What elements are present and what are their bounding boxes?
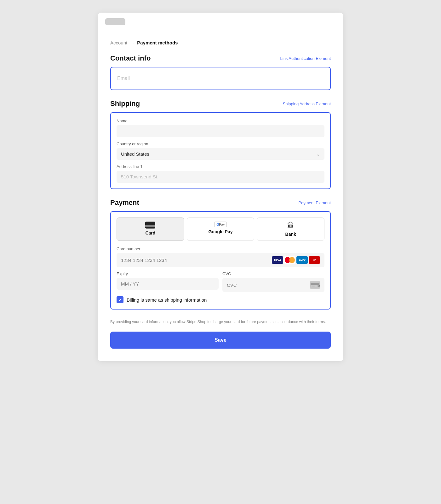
cvc-input-wrap: 123 <box>222 278 324 292</box>
payment-section: Payment Payment Element Card GPay <box>110 199 331 310</box>
contact-info-badge: Link Authentication Element <box>280 56 331 61</box>
cvc-label: CVC <box>222 271 324 276</box>
contact-info-title: Contact info <box>110 54 151 62</box>
expiry-input[interactable] <box>121 281 214 287</box>
unionpay-icon: UP <box>309 256 320 264</box>
expiry-label: Expiry <box>117 271 219 276</box>
expiry-field: Expiry <box>117 271 219 292</box>
payment-badge: Payment Element <box>298 200 331 205</box>
payment-header: Payment Payment Element <box>110 199 331 207</box>
expiry-input-wrap <box>117 278 219 290</box>
save-button[interactable]: Save <box>110 332 331 349</box>
shipping-section: Shipping Shipping Address Element Name C… <box>110 100 331 189</box>
payment-box: Card GPay Google Pay 🏛 Bank <box>110 211 331 310</box>
tab-bank-label: Bank <box>285 232 296 237</box>
tab-card-label: Card <box>145 230 155 235</box>
address-input[interactable] <box>121 174 320 179</box>
email-input[interactable] <box>117 76 324 81</box>
contact-info-header: Contact info Link Authentication Element <box>110 54 331 62</box>
tab-gpay-label: Google Pay <box>208 229 232 234</box>
cvc-input[interactable] <box>227 282 310 288</box>
shipping-badge: Shipping Address Element <box>283 101 331 106</box>
top-bar-pill <box>105 18 125 25</box>
billing-label: Billing is same as shipping information <box>127 297 207 303</box>
name-input[interactable] <box>121 128 320 134</box>
address-field-wrap <box>117 171 324 183</box>
country-select[interactable]: United States ⌄ <box>117 148 324 160</box>
payment-tabs: Card GPay Google Pay 🏛 Bank <box>117 217 324 241</box>
mastercard-icon <box>284 256 295 264</box>
address-label: Address line 1 <box>117 164 324 169</box>
breadcrumb: Account → Payment methods <box>110 40 331 45</box>
visa-icon: VISA <box>272 256 283 264</box>
billing-row: ✓ Billing is same as shipping informatio… <box>117 296 324 303</box>
payment-form-card: Account → Payment methods Contact info L… <box>98 13 343 361</box>
bank-icon: 🏛 <box>287 222 294 230</box>
name-label: Name <box>117 119 324 123</box>
tab-card[interactable]: Card <box>117 217 184 241</box>
country-value: United States <box>121 151 149 157</box>
gpay-icon: GPay <box>214 222 227 227</box>
country-label: Country or region <box>117 142 324 146</box>
tab-bank[interactable]: 🏛 Bank <box>257 217 324 241</box>
chevron-down-icon: ⌄ <box>316 152 320 157</box>
card-icon <box>145 222 155 229</box>
contact-info-section: Contact info Link Authentication Element <box>110 54 331 90</box>
email-wrap <box>117 73 324 84</box>
card-number-input[interactable] <box>121 258 272 263</box>
check-icon: ✓ <box>118 298 122 302</box>
card-brand-icons: VISA AMEX UP <box>272 256 320 264</box>
contact-info-box <box>110 67 331 90</box>
expiry-cvc-row: Expiry CVC <box>117 271 324 292</box>
shipping-box: Name Country or region United States ⌄ A… <box>110 112 331 189</box>
card-number-field: Card number VISA AMEX UP <box>117 246 324 267</box>
shipping-title: Shipping <box>110 100 140 108</box>
cvc-card-icon: 123 <box>310 281 320 289</box>
card-number-wrap: VISA AMEX UP <box>117 253 324 267</box>
payment-title: Payment <box>110 199 139 207</box>
shipping-header: Shipping Shipping Address Element <box>110 100 331 108</box>
svg-rect-2 <box>312 286 315 287</box>
breadcrumb-arrow: → <box>130 40 135 45</box>
name-field-wrap <box>117 125 324 137</box>
breadcrumb-current: Payment methods <box>137 40 178 45</box>
card-content: Account → Payment methods Contact info L… <box>98 31 343 349</box>
cvc-field: CVC 123 <box>222 271 324 292</box>
amex-icon: AMEX <box>296 256 308 264</box>
card-number-label: Card number <box>117 246 324 251</box>
disclaimer-text: By providing your card information, you … <box>110 319 331 325</box>
top-bar <box>98 13 343 31</box>
breadcrumb-account[interactable]: Account <box>110 40 127 45</box>
tab-gpay[interactable]: GPay Google Pay <box>187 217 255 241</box>
billing-checkbox[interactable]: ✓ <box>117 296 123 303</box>
svg-text:123: 123 <box>318 285 320 287</box>
